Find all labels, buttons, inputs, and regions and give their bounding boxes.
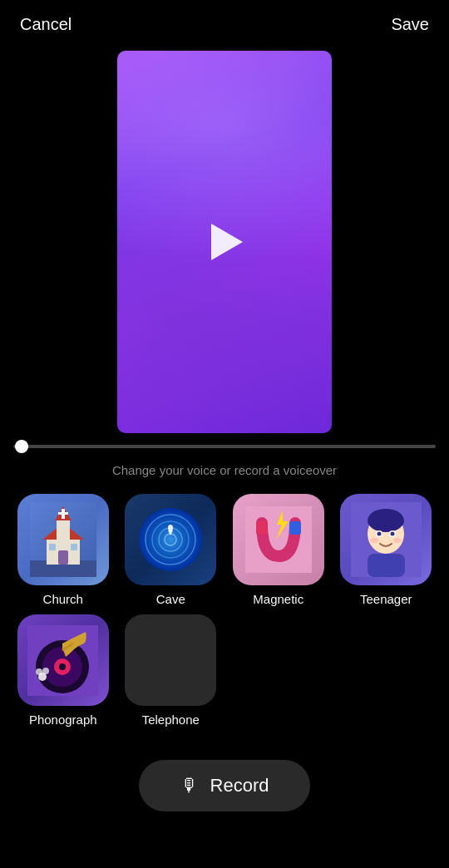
- svg-point-28: [370, 538, 378, 543]
- subtitle-text: Change your voice or record a voiceover: [0, 463, 449, 477]
- svg-point-38: [36, 668, 42, 675]
- svg-point-35: [59, 663, 66, 670]
- effects-grid: Church: [0, 494, 449, 606]
- svg-rect-8: [58, 550, 68, 565]
- svg-rect-18: [245, 506, 312, 573]
- play-icon: [211, 224, 243, 260]
- svg-rect-7: [58, 512, 68, 515]
- church-label: Church: [43, 592, 83, 606]
- cancel-button[interactable]: Cancel: [20, 15, 72, 34]
- svg-rect-10: [71, 544, 77, 550]
- effect-item-teenager[interactable]: Teenager: [337, 494, 437, 606]
- phonograph-icon: [17, 614, 109, 706]
- svg-point-23: [368, 509, 404, 532]
- effects-second-row: Phonograph Telephone: [0, 606, 449, 727]
- svg-point-26: [377, 532, 381, 536]
- telephone-icon: [125, 614, 216, 706]
- video-thumbnail[interactable]: [117, 51, 332, 433]
- svg-rect-30: [368, 554, 405, 577]
- svg-rect-4: [57, 519, 70, 544]
- teenager-label: Teenager: [360, 592, 412, 606]
- svg-rect-19: [256, 521, 268, 535]
- record-button-label: Record: [210, 775, 269, 796]
- record-button-container: 🎙 Record: [0, 760, 449, 811]
- save-button[interactable]: Save: [391, 15, 429, 34]
- top-bar: Cancel Save: [0, 0, 449, 42]
- scrubber-handle[interactable]: [15, 440, 28, 453]
- cave-icon: [125, 494, 216, 585]
- svg-point-27: [390, 532, 394, 536]
- magnetic-icon: [233, 494, 324, 585]
- microphone-icon: 🎙: [180, 775, 199, 796]
- church-icon: [17, 494, 109, 585]
- svg-rect-20: [289, 521, 301, 535]
- record-button[interactable]: 🎙 Record: [139, 760, 311, 811]
- phonograph-label: Phonograph: [29, 713, 97, 727]
- scrubber-container: [0, 433, 449, 453]
- svg-point-29: [393, 538, 402, 543]
- effect-item-telephone[interactable]: Telephone: [121, 614, 221, 727]
- svg-point-16: [168, 525, 173, 531]
- effect-item-phonograph[interactable]: Phonograph: [13, 614, 113, 727]
- svg-point-39: [42, 668, 49, 674]
- cave-label: Cave: [156, 592, 185, 606]
- effect-item-cave[interactable]: Cave: [121, 494, 221, 606]
- telephone-label: Telephone: [142, 713, 200, 727]
- scrubber-track[interactable]: [13, 445, 436, 448]
- svg-rect-9: [49, 544, 56, 550]
- play-button[interactable]: [200, 217, 249, 267]
- effect-item-church[interactable]: Church: [13, 494, 113, 606]
- effect-item-magnetic[interactable]: Magnetic: [229, 494, 328, 606]
- video-container: [0, 51, 449, 433]
- svg-point-11: [139, 508, 202, 571]
- magnetic-label: Magnetic: [253, 592, 303, 606]
- teenager-icon: [340, 494, 432, 585]
